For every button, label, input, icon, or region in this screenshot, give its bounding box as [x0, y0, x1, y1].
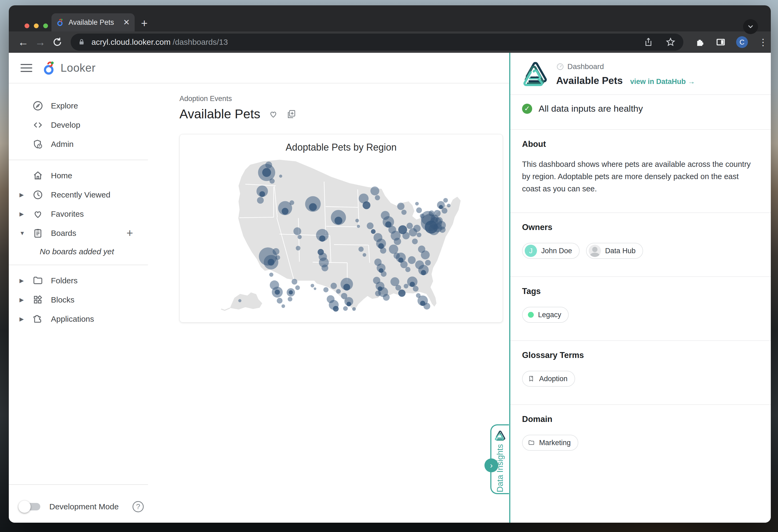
new-tab-button[interactable]: +	[141, 17, 148, 30]
sidebar-item-develop[interactable]: Develop	[9, 115, 148, 135]
map-bubble	[408, 256, 415, 264]
share-icon[interactable]	[643, 37, 653, 47]
bookmark-star-icon[interactable]	[665, 37, 676, 48]
extensions-puzzle-icon[interactable]	[695, 37, 705, 47]
reload-button[interactable]	[50, 36, 65, 48]
dashboard-gauge-icon	[556, 63, 564, 71]
chevron-down-icon	[747, 23, 754, 30]
owner-avatar: J	[525, 245, 537, 257]
sidebar-item-explore[interactable]: Explore	[9, 96, 148, 115]
map-bubble	[413, 286, 418, 291]
sidebar-item-folders[interactable]: ▶ Folders	[9, 271, 148, 290]
map-bubble	[397, 202, 404, 210]
tab-search-button[interactable]	[743, 19, 758, 34]
sidebar-item-applications[interactable]: ▶ Applications	[9, 309, 148, 329]
map-bubble	[259, 191, 265, 197]
map-bubble	[281, 304, 285, 308]
alaska-shape	[230, 292, 262, 309]
minimize-window-button[interactable]	[34, 23, 38, 28]
maximize-window-button[interactable]	[43, 23, 48, 28]
map-bubble	[447, 204, 451, 207]
map-bubble	[265, 162, 272, 168]
tab-close-icon[interactable]: ✕	[123, 18, 130, 26]
profile-avatar[interactable]: C	[736, 36, 748, 48]
map-bubble	[269, 179, 275, 184]
forward-button[interactable]: →	[33, 36, 48, 48]
sidebar-item-blocks[interactable]: ▶ Blocks	[9, 290, 148, 309]
map-bubble	[269, 273, 273, 277]
sidebar-item-favorites[interactable]: ▶ Favorites	[9, 204, 148, 224]
back-button[interactable]: ←	[16, 36, 31, 48]
tag-color-dot	[528, 312, 534, 318]
tag-chip[interactable]: Legacy	[522, 307, 569, 323]
map-bubble	[346, 302, 351, 306]
breadcrumb[interactable]: Adoption Events	[179, 95, 509, 103]
lock-icon	[78, 38, 86, 46]
sidebar-item-recently-viewed[interactable]: ▶ Recently Viewed	[9, 185, 148, 204]
map-bubble	[371, 229, 376, 234]
expand-arrow-icon[interactable]: ▶	[19, 316, 32, 322]
map-bubble	[390, 277, 399, 286]
sidebar-item-label: Applications	[51, 315, 94, 324]
sidebar-divider	[9, 265, 148, 265]
browser-menu-icon[interactable]: ⋮	[759, 40, 764, 45]
map-bubble	[355, 219, 359, 223]
clipboard-icon	[32, 228, 44, 239]
map-bubble	[439, 227, 445, 233]
collapse-chevron-icon[interactable]: ›	[484, 458, 498, 472]
owner-avatar	[589, 245, 601, 257]
expand-arrow-icon[interactable]: ▶	[19, 192, 32, 198]
data-insights-tab[interactable]: Data Insights ›	[490, 424, 509, 494]
glossary-term-chip[interactable]: Adoption	[522, 371, 575, 387]
browser-tab[interactable]: Available Pets ✕	[52, 13, 135, 31]
map-bubble	[331, 283, 337, 289]
map-bubble	[333, 306, 338, 312]
map-bubble	[404, 284, 408, 289]
expand-arrow-icon[interactable]: ▶	[19, 277, 32, 284]
map-bubble	[336, 289, 341, 294]
chart-card[interactable]: Adoptable Pets by Region	[179, 134, 503, 323]
collapse-arrow-icon[interactable]: ▼	[19, 230, 32, 237]
domain-section: Domain Marketing	[522, 405, 760, 461]
development-mode-label: Development Mode	[49, 502, 119, 511]
looker-app: Looker Explore	[9, 53, 509, 523]
owner-chip[interactable]: J John Doe	[522, 243, 579, 259]
about-heading: About	[522, 140, 760, 149]
url-host: acryl.cloud.looker.com	[91, 37, 171, 47]
favorite-heart-icon[interactable]	[268, 109, 278, 119]
close-window-button[interactable]	[24, 23, 29, 28]
add-to-board-icon[interactable]	[286, 109, 297, 119]
entity-type-label: Dashboard	[567, 62, 604, 71]
map-bubble	[416, 233, 421, 238]
map-bubble	[276, 255, 280, 260]
help-icon[interactable]: ?	[133, 501, 144, 512]
map-bubble	[295, 285, 300, 290]
sidebar-item-boards[interactable]: ▼ Boards +	[9, 224, 148, 243]
map-bubble	[343, 306, 348, 311]
add-board-button[interactable]: +	[127, 227, 133, 240]
sidebar-item-label: Home	[51, 171, 72, 180]
looker-header: Looker	[9, 53, 509, 83]
owners-heading: Owners	[522, 223, 760, 232]
sidebar-item-admin[interactable]: Admin	[9, 135, 148, 154]
owner-chip[interactable]: Data Hub	[586, 243, 643, 259]
map-bubble	[429, 210, 434, 216]
hamburger-menu-icon[interactable]	[20, 64, 32, 72]
tags-heading: Tags	[522, 286, 760, 296]
map-bubble	[443, 198, 448, 203]
sidebar-item-home[interactable]: Home	[9, 166, 148, 185]
map-bubble	[309, 203, 317, 211]
window-controls[interactable]	[24, 23, 48, 28]
split-view-icon[interactable]	[716, 37, 725, 47]
compass-icon	[32, 100, 44, 111]
domain-chip[interactable]: Marketing	[522, 435, 578, 451]
expand-arrow-icon[interactable]: ▶	[19, 297, 32, 303]
view-in-datahub-link[interactable]: view in DataHub →	[630, 78, 695, 86]
expand-arrow-icon[interactable]: ▶	[19, 211, 32, 217]
map-bubble	[282, 208, 288, 214]
health-check-icon: ✓	[522, 104, 532, 114]
address-bar[interactable]: acryl.cloud.looker.com/dashboards/13	[71, 33, 683, 51]
development-mode-toggle[interactable]	[19, 503, 40, 510]
map-bubble	[363, 201, 370, 209]
map-bubble	[310, 284, 314, 288]
